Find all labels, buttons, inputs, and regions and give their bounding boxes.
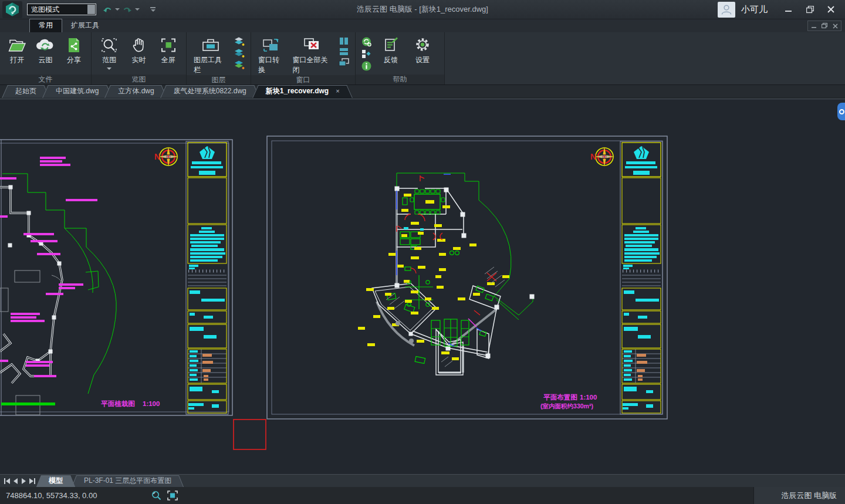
left-sheet-scale: 1:100 [143,400,160,407]
layer-toolbar-button[interactable]: 图层工具栏 [190,35,231,75]
share-button[interactable]: 分享 [60,35,87,65]
ribbon: 打开 云图 分享 [0,32,845,85]
group-label-view: 览图 [92,75,186,84]
user-name[interactable]: 小可儿 [741,4,768,15]
toolbox-icon [201,36,221,54]
zoom-extent-icon [100,36,119,54]
document-tab-bar: 起始页 中国建筑.dwg 立方体.dwg 废气处理系统0822.dwg 新块1_… [0,85,845,99]
first-sheet-icon[interactable] [4,478,11,484]
pan-realtime-button[interactable]: 实时 [124,35,153,65]
left-north-label: N [154,152,160,161]
feedback-button[interactable]: 反馈 [376,35,406,65]
customize-toolbar-icon[interactable] [150,7,156,12]
doc-pencil-icon [382,36,400,54]
cascade-windows-icon[interactable] [339,58,349,67]
ribbon-tab-common[interactable]: 常用 [29,19,62,32]
redo-icon[interactable] [122,5,133,13]
layout-nav-buttons [0,478,40,484]
window-close-all-button[interactable]: 窗口全部关闭 [289,35,335,75]
fullscreen-brackets-icon [160,36,177,54]
right-north-label: N [590,152,596,161]
right-sheet-title: 平面布置图 [543,394,577,401]
tile-vertical-icon[interactable] [339,37,349,45]
ribbon-group-help: 反馈 设置 帮助 [356,32,445,84]
layer-freeze-icon[interactable] [234,37,245,46]
restore-button[interactable] [799,2,820,17]
title-bar: 览图模式 浩辰云图 电脑版 - [新块1_recover.dwg] 小可儿 [0,0,845,19]
drawing-canvas[interactable]: N [0,99,845,474]
view-mode-value: 览图模式 [31,5,59,15]
settings-button[interactable]: 设置 [407,35,438,65]
right-sheet: N [267,136,667,419]
quick-access-toolbar [102,5,156,13]
minimize-button[interactable] [778,2,799,17]
window-close-all-icon [302,36,323,54]
layer-on-off-icon[interactable] [234,49,245,58]
ribbon-group-layer: 图层工具栏 图层 [187,32,251,84]
close-button[interactable] [820,2,841,17]
ribbon-group-file: 打开 云图 分享 [0,32,92,84]
selection-rectangle [234,420,266,449]
doc-minimize-button[interactable] [809,22,819,30]
user-area: 小可儿 [718,2,768,18]
cursor-coordinates: 748864.10, 55734.33, 0.00 [0,491,97,500]
ribbon-tab-ext-tools[interactable]: 扩展工具 [62,19,108,32]
window-switch-button[interactable]: 窗口转换 [255,35,288,75]
tab-close-icon[interactable]: × [336,87,339,94]
sheet-tab-pl3f01[interactable]: PL-3F-01 三层总平面布置图 [76,475,180,487]
last-sheet-icon[interactable] [28,478,36,484]
pan-hand-icon [130,36,147,54]
left-sheet: N [0,140,232,415]
prev-sheet-icon[interactable] [13,478,19,484]
check-update-icon[interactable] [361,37,372,47]
brand-label: 浩辰云图 电脑版 [753,487,845,504]
redo-dropdown-icon[interactable] [135,8,140,11]
doc-tab-feiqichuli[interactable]: 废气处理系统0822.dwg [165,85,255,98]
product-grid-icon[interactable] [361,49,372,59]
cloud-button[interactable]: 云图 [32,35,59,65]
info-icon[interactable] [361,61,371,71]
undo-icon[interactable] [102,5,113,13]
view-mode-select[interactable]: 览图模式 [27,4,96,15]
app-logo-icon[interactable] [2,1,22,18]
doc-tab-zhongguojianzhu[interactable]: 中国建筑.dwg [48,85,107,98]
gear-icon [414,36,431,54]
doc-tab-lifangti[interactable]: 立方体.dwg [110,85,162,98]
window-controls [778,2,841,17]
zoom-extent-dropdown-icon[interactable] [107,67,111,70]
window-switch-icon [261,36,281,54]
fullscreen-button[interactable]: 全屏 [154,35,182,65]
layout-tab-bar: 模型 PL-3F-01 三层总平面布置图 [0,474,845,487]
cloud-sync-icon [35,36,55,54]
zoom-extent-button[interactable]: 范围 [95,35,123,70]
open-button[interactable]: 打开 [4,35,31,65]
ribbon-group-view: 范围 实时 全屏 览图 [92,32,187,84]
status-extent-icon[interactable] [167,491,178,500]
right-sheet-subtitle: (室内面积约330m²) [540,402,593,410]
doc-close-button[interactable] [830,22,840,30]
status-bar: 748864.10, 55734.33, 0.00 浩辰云图 电脑版 [0,487,845,504]
ribbon-group-window: 窗口转换 窗口全部关闭 [251,32,356,84]
right-sheet-scale: 1:100 [580,394,597,401]
side-panel-handle[interactable] [837,103,845,120]
user-avatar[interactable] [718,2,735,18]
left-sheet-title: 平面植栽图 [100,400,135,407]
doc-restore-button[interactable] [820,22,829,30]
doc-tab-xinkuai-recover[interactable]: 新块1_recover.dwg× [258,85,348,98]
tile-horizontal-icon[interactable] [339,48,349,56]
undo-dropdown-icon[interactable] [115,8,120,11]
doc-tab-start-page[interactable]: 起始页 [7,85,45,98]
status-zoom-icon[interactable] [151,491,161,500]
group-label-layer: 图层 [187,75,251,84]
document-window-controls [807,21,841,31]
ribbon-tab-row: 常用 扩展工具 [0,19,845,32]
open-folder-icon [8,36,26,54]
group-label-help: 帮助 [356,75,444,84]
view-mode-dropdown[interactable] [87,5,95,14]
next-sheet-icon[interactable] [21,478,26,484]
layer-lock-icon[interactable] [234,60,245,70]
window-title: 浩辰云图 电脑版 - [新块1_recover.dwg] [357,4,488,15]
group-label-file: 文件 [0,75,91,84]
sheet-tab-model[interactable]: 模型 [40,475,71,487]
group-label-window: 窗口 [251,75,355,84]
